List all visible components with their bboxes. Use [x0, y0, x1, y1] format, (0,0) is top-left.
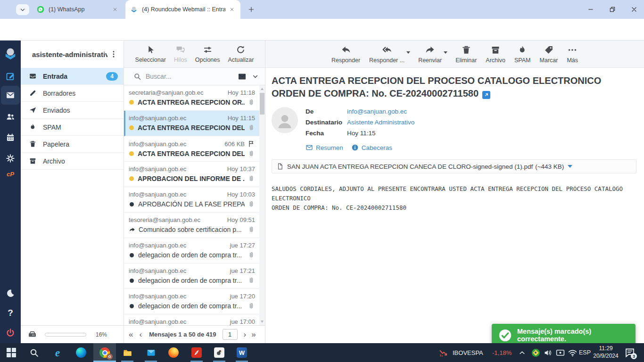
tab-search-button[interactable] [16, 4, 29, 15]
language-indicator[interactable]: ESP [579, 349, 591, 356]
prev-page-button[interactable]: ‹ [139, 330, 142, 338]
summary-link[interactable]: Resumen [305, 144, 343, 151]
close-tab-icon[interactable] [228, 6, 236, 13]
start-button[interactable] [6, 347, 17, 358]
stock-widget-icon[interactable] [438, 347, 449, 358]
attachment-name[interactable]: SAN JUAN ACTA ENTREGA RECEPCION CANECA D… [287, 163, 533, 170]
from-address-link[interactable]: info@sanjuan.gob.ec [347, 106, 407, 117]
list-item[interactable]: info@sanjuan.gob.ecjue 17:00 [124, 314, 260, 325]
options-button[interactable]: Opciones [195, 45, 220, 67]
list-item[interactable]: info@sanjuan.gob.ecjue 17:20delegacion d… [124, 289, 260, 314]
window-minimize-button[interactable] [586, 5, 595, 14]
list-item[interactable]: info@sanjuan.gob.ec606 KBACTA ENTREGA RE… [124, 136, 260, 162]
reply-button[interactable]: Responder [331, 45, 360, 67]
nav-calendar-button[interactable] [0, 128, 21, 147]
window-close-button[interactable] [630, 5, 638, 14]
attachment-menu-caret-icon[interactable] [568, 165, 572, 168]
stock-change[interactable]: -1,18% [492, 349, 512, 356]
chrome-icon[interactable]: G [99, 347, 110, 358]
attachment-bar[interactable]: SAN JUAN ACTA ENTREGA RECEPCION CANECA D… [272, 159, 636, 173]
app-nav-strip: cP ? [0, 41, 21, 343]
list-item[interactable]: secretaria@sanjuan.gob.ecHoy 11:18ACTA E… [124, 85, 260, 111]
search-scope-icon[interactable] [238, 72, 247, 81]
archive-icon [490, 45, 501, 55]
volume-icon[interactable] [542, 347, 553, 358]
to-address-link[interactable]: Asistente Administrativo [347, 117, 414, 128]
nav-mail-button[interactable] [1, 86, 20, 105]
mark-button[interactable]: Marcar [540, 45, 558, 67]
bird-app-icon[interactable] [214, 347, 225, 358]
folder-papelera[interactable]: Papelera [21, 136, 124, 153]
reply-all-button[interactable]: Responder ... [369, 45, 405, 67]
list-item[interactable]: info@sanjuan.gob.ecHoy 11:15ACTA ENTREGA… [124, 111, 260, 136]
chevron-down-icon [20, 7, 25, 13]
window-restore-button[interactable] [608, 5, 617, 14]
notification-center-icon[interactable]: 3 [624, 347, 636, 358]
acrobat-icon[interactable] [191, 347, 202, 358]
page-number-input[interactable] [223, 329, 238, 340]
folder-options-icon[interactable] [109, 50, 118, 58]
word-icon[interactable]: W [236, 347, 248, 358]
select-button[interactable]: Seleccionar [135, 45, 166, 67]
help-button[interactable]: ? [0, 304, 21, 322]
unread-dot [129, 151, 134, 156]
taskbar-search-icon[interactable] [28, 347, 40, 358]
folder-entrada[interactable]: Entrada 4 [21, 68, 124, 85]
file-explorer-icon[interactable] [122, 347, 133, 358]
success-check-icon [499, 329, 512, 342]
firefox-icon[interactable] [168, 347, 179, 358]
internet-explorer-icon[interactable]: e [52, 347, 63, 358]
forwarded-icon [129, 226, 136, 233]
list-scrollbar[interactable] [259, 85, 265, 325]
nav-contacts-button[interactable] [0, 107, 21, 126]
folder-panel: asistente-administrativo... Entrada 4 Bo… [21, 41, 124, 343]
pagination-label: Mensajes 1 a 50 de 419 [149, 331, 216, 338]
scrollbar-thumb[interactable] [260, 93, 264, 115]
more-button[interactable]: Más [567, 45, 578, 67]
list-item[interactable]: info@sanjuan.gob.ecjue 17:21delegacion d… [124, 263, 260, 289]
list-item[interactable]: info@sanjuan.gob.ecjue 17:27delegacion d… [124, 238, 260, 263]
list-item[interactable]: info@sanjuan.gob.ecHoy 10:37APROBACION D… [124, 162, 260, 187]
refresh-button[interactable]: Actualizar [228, 45, 254, 67]
stock-name[interactable]: IBOVESPA [453, 349, 483, 356]
folder-enviados[interactable]: Enviados [21, 102, 124, 119]
logout-button[interactable] [0, 323, 21, 342]
folder-archivo[interactable]: Archivo [21, 153, 124, 170]
forward-button[interactable]: Reenviar [418, 45, 442, 67]
wifi-icon[interactable] [567, 347, 578, 358]
dropdown-caret-icon[interactable] [444, 51, 447, 54]
meet-now-icon[interactable] [554, 347, 566, 358]
new-tab-button[interactable] [247, 5, 256, 14]
next-page-button[interactable]: › [244, 330, 247, 338]
spam-button[interactable]: SPAM [514, 45, 531, 67]
open-in-new-window-icon[interactable] [482, 91, 490, 99]
headers-link[interactable]: Cabeceras [351, 144, 392, 151]
cpanel-button[interactable]: cP [0, 167, 21, 181]
tray-expand-icon[interactable] [518, 347, 526, 358]
tab-whatsapp[interactable]: (1) WhatsApp [32, 0, 124, 19]
message-date: jue 17:00 [230, 318, 256, 325]
folder-borradores[interactable]: Borradores [21, 85, 124, 102]
first-page-button[interactable]: « [129, 330, 133, 338]
folder-label: Entrada [43, 73, 67, 80]
compose-button[interactable] [0, 67, 21, 86]
archive-button[interactable]: Archivo [486, 45, 505, 67]
taskbar-clock[interactable]: 11:29 20/9/2024 [590, 345, 621, 360]
folder-spam[interactable]: SPAM [21, 119, 124, 136]
list-item[interactable]: tesoreria@sanjuan.gob.ecHoy 09:51Comunic… [124, 213, 260, 238]
dark-mode-button[interactable] [0, 284, 21, 303]
search-input[interactable] [146, 73, 212, 80]
nav-settings-button[interactable] [0, 149, 21, 168]
mail-app-icon[interactable] [145, 347, 157, 358]
edge-icon[interactable] [75, 347, 87, 358]
dropdown-caret-icon[interactable] [406, 51, 410, 54]
tray-app-icon[interactable] [530, 347, 541, 358]
last-page-button[interactable]: » [251, 330, 256, 338]
tab-roundcube[interactable]: (4) Roundcube Webmail :: Entra [125, 0, 240, 19]
threads-button[interactable]: Hilos [174, 45, 187, 67]
roundcube-favicon [130, 6, 138, 13]
close-tab-icon[interactable] [111, 6, 119, 13]
delete-button[interactable]: Eliminar [455, 45, 477, 67]
search-options-chevron-icon[interactable] [252, 74, 258, 80]
list-item[interactable]: info@sanjuan.gob.ecHoy 10:03APROBACIÓN D… [124, 187, 260, 213]
